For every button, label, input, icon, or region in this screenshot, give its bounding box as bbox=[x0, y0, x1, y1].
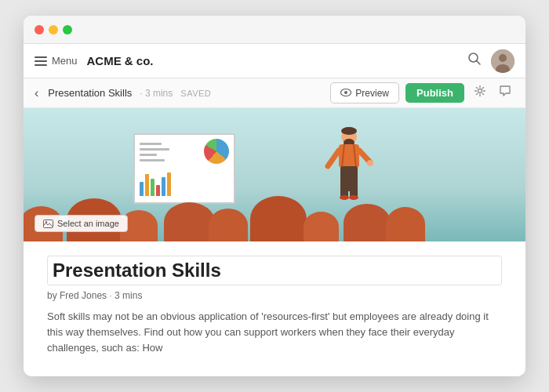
search-button[interactable] bbox=[464, 49, 485, 73]
close-button[interactable] bbox=[35, 25, 44, 34]
line-4 bbox=[140, 159, 165, 162]
breadcrumb-meta: · 3 mins bbox=[140, 88, 173, 99]
preview-button[interactable]: Preview bbox=[330, 82, 399, 103]
hamburger-icon bbox=[35, 56, 47, 66]
svg-point-10 bbox=[341, 127, 357, 135]
article-title-input[interactable] bbox=[47, 256, 502, 285]
byline-prefix: by bbox=[47, 290, 57, 301]
bar-2 bbox=[145, 174, 149, 196]
svg-point-6 bbox=[344, 91, 347, 94]
settings-button[interactable] bbox=[471, 83, 489, 103]
comment-icon bbox=[499, 85, 511, 97]
traffic-lights bbox=[35, 25, 72, 34]
image-icon bbox=[43, 220, 53, 228]
app-name: ACME & co. bbox=[87, 54, 154, 67]
article-byline: by Fred Jones · 3 mins bbox=[47, 290, 502, 301]
avatar[interactable] bbox=[491, 49, 514, 73]
comment-button[interactable] bbox=[496, 83, 514, 103]
main-toolbar: Menu ACME & co. bbox=[24, 44, 525, 78]
saved-badge: SAVED bbox=[180, 89, 211, 98]
publish-button[interactable]: Publish bbox=[405, 83, 464, 103]
audience-head-8 bbox=[344, 204, 391, 241]
menu-label: Menu bbox=[52, 55, 78, 67]
line-1 bbox=[140, 143, 162, 145]
pie-chart bbox=[204, 139, 229, 164]
select-image-button[interactable]: Select an image bbox=[35, 215, 128, 232]
hero-image-area: Select an image bbox=[24, 108, 525, 241]
line-2 bbox=[140, 148, 169, 151]
title-bar bbox=[24, 16, 525, 44]
back-button[interactable]: ‹ bbox=[35, 86, 42, 100]
content-area: by Fred Jones · 3 mins Soft skills may n… bbox=[24, 241, 525, 376]
audience-head-5 bbox=[209, 209, 248, 241]
bar-chart bbox=[140, 172, 171, 196]
sub-toolbar: ‹ Presentation Skills · 3 mins SAVED Pre… bbox=[24, 78, 525, 108]
text-lines bbox=[140, 143, 169, 162]
audience-head-9 bbox=[386, 207, 425, 241]
eye-icon bbox=[340, 87, 351, 99]
menu-button[interactable]: Menu bbox=[35, 55, 78, 67]
bar-3 bbox=[151, 179, 155, 196]
whiteboard-board bbox=[133, 133, 235, 204]
bar-4 bbox=[156, 185, 160, 196]
svg-line-1 bbox=[477, 61, 481, 65]
svg-point-3 bbox=[499, 54, 507, 62]
title-wrapper bbox=[47, 256, 502, 285]
svg-point-7 bbox=[478, 89, 482, 93]
bar-5 bbox=[162, 177, 165, 196]
gear-icon bbox=[474, 85, 486, 97]
preview-label: Preview bbox=[355, 88, 389, 99]
audience-head-7 bbox=[304, 212, 339, 241]
svg-point-21 bbox=[367, 160, 373, 166]
bar-1 bbox=[140, 182, 144, 196]
audience-head-4 bbox=[164, 202, 215, 241]
line-3 bbox=[140, 154, 157, 156]
article-body: Soft skills may not be an obvious applic… bbox=[47, 309, 502, 356]
minimize-button[interactable] bbox=[49, 25, 58, 34]
search-icon bbox=[467, 52, 482, 66]
svg-line-19 bbox=[328, 151, 339, 166]
select-image-label: Select an image bbox=[57, 219, 119, 228]
back-icon: ‹ bbox=[35, 86, 38, 100]
breadcrumb-title: Presentation Skills bbox=[48, 87, 132, 99]
author-name: Fred Jones bbox=[60, 290, 107, 301]
maximize-button[interactable] bbox=[63, 25, 72, 34]
bar-6 bbox=[167, 172, 171, 196]
app-window: Menu ACME & co. ‹ Presentation Skills · … bbox=[24, 16, 525, 376]
read-time: 3 mins bbox=[115, 290, 142, 301]
audience-head-6 bbox=[250, 196, 307, 241]
